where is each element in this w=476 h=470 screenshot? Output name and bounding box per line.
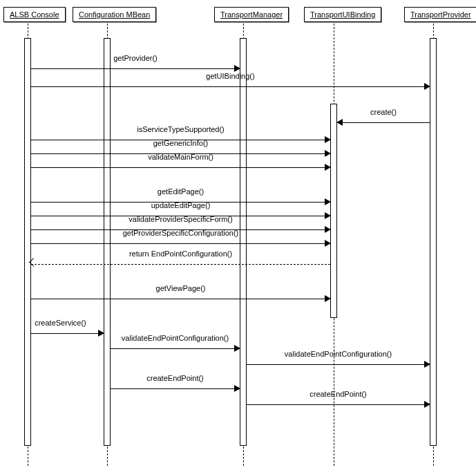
msg-get-view-page: getViewPage()	[31, 294, 330, 303]
msg-label: return EndPointConfiguration()	[31, 250, 330, 258]
msg-create-service: createService()	[31, 328, 104, 338]
msg-create-endpoint-1: createEndPoint()	[111, 384, 240, 393]
msg-label: createService()	[17, 319, 104, 327]
msg-create: create()	[337, 118, 430, 127]
msg-get-provider-specific-configuration: getProviderSpecificConfiguration()	[31, 238, 330, 248]
participant-transport-manager: TransportManager	[214, 7, 289, 22]
msg-label: validateEndPointConfiguration()	[247, 350, 430, 358]
msg-label: getViewPage()	[31, 284, 330, 292]
msg-label: validateMainForm()	[31, 153, 330, 161]
activation-transport-ui-binding	[330, 104, 337, 318]
msg-get-ui-binding: getUIBinding()	[31, 82, 430, 91]
sequence-diagram: ALSB Console Configuration MBean Transpo…	[0, 0, 476, 470]
msg-label: createEndPoint()	[247, 390, 430, 398]
msg-label: getEditPage()	[31, 187, 330, 196]
participant-config-mbean: Configuration MBean	[73, 7, 156, 22]
participant-transport-provider: TransportProvider	[404, 7, 476, 22]
msg-label: getUIBinding()	[31, 72, 430, 80]
activation-transport-provider	[430, 38, 437, 446]
msg-return-endpoint-configuration: return EndPointConfiguration()	[31, 259, 330, 269]
msg-label: updateEditPage()	[31, 201, 330, 209]
msg-label: validateProviderSpecificForm()	[31, 215, 330, 223]
msg-label: getProviderSpecificConfiguration()	[31, 229, 330, 237]
msg-label: create()	[337, 108, 430, 116]
msg-label: getProvider()	[31, 54, 240, 62]
msg-label: validateEndPointConfiguration()	[111, 334, 240, 342]
msg-validate-main-form: validateMainForm()	[31, 162, 330, 172]
msg-label: createEndPoint()	[111, 374, 240, 382]
participant-alsb-console: ALSB Console	[3, 7, 66, 22]
msg-create-endpoint-2: createEndPoint()	[247, 400, 430, 409]
msg-validate-endpoint-config-2: validateEndPointConfiguration()	[247, 359, 430, 369]
participant-transport-ui-binding: TransportUIBinding	[304, 7, 381, 22]
msg-label: getGenericInfo()	[31, 139, 330, 147]
msg-label: isServiceTypeSupported()	[31, 125, 330, 133]
activation-alsb-console	[24, 38, 31, 446]
msg-validate-endpoint-config-1: validateEndPointConfiguration()	[111, 344, 240, 353]
